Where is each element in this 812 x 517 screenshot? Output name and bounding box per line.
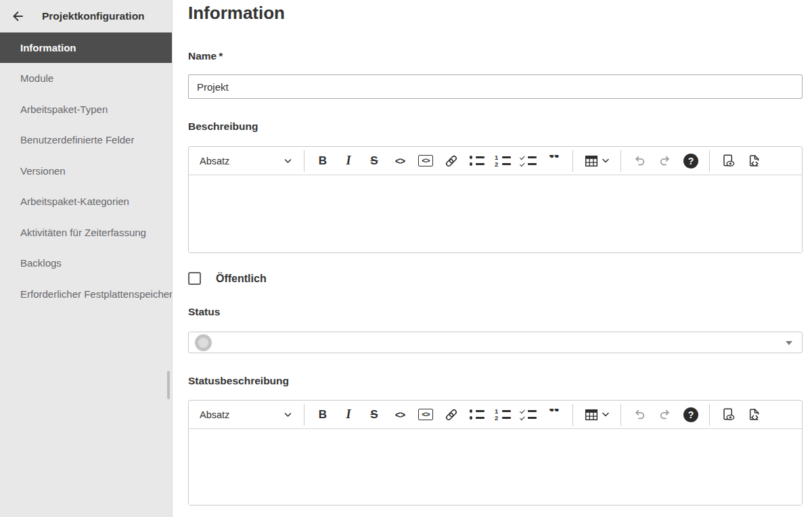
chevron-down-icon — [284, 412, 292, 418]
public-checkbox-row: Öffentlich — [188, 272, 267, 285]
status-label: Status — [188, 306, 220, 318]
sidebar-item-versionen[interactable]: Versionen — [0, 156, 172, 187]
sidebar-item-arbeitspaket-kategorien[interactable]: Arbeitspaket-Kategorien — [0, 186, 172, 217]
page-title: Information — [188, 1, 285, 24]
italic-button[interactable]: I — [338, 151, 359, 171]
link-icon — [445, 154, 458, 168]
redo-button[interactable] — [655, 151, 675, 171]
bold-icon: B — [319, 154, 327, 168]
undo-button[interactable] — [629, 405, 650, 425]
status-select[interactable] — [188, 332, 803, 353]
link-button[interactable] — [441, 151, 461, 171]
status-bubble-icon — [195, 334, 212, 351]
chevron-down-icon — [602, 158, 609, 163]
chevron-down-icon — [284, 158, 292, 164]
strikethrough-icon: S — [370, 408, 378, 422]
link-button[interactable] — [441, 405, 461, 425]
toolbar-divider — [572, 150, 573, 172]
code-block-icon: <> — [418, 409, 432, 420]
markdown-source-button[interactable] — [744, 405, 764, 425]
markdown-source-icon — [747, 407, 761, 422]
table-icon — [585, 408, 598, 422]
toolbar-divider — [304, 150, 304, 172]
code-block-icon: <> — [418, 155, 432, 166]
main-content: Information Name* Beschreibung Absatz B … — [173, 0, 812, 517]
block-quote-icon: “ — [549, 155, 560, 167]
italic-icon: I — [346, 407, 351, 422]
redo-icon — [658, 407, 673, 422]
sidebar-item-arbeitspaket-typen[interactable]: Arbeitspaket-Typen — [0, 94, 172, 125]
sidebar-item-aktivitaeten-zeiterfassung[interactable]: Aktivitäten für Zeiterfassung — [0, 217, 172, 248]
todo-list-button[interactable] — [518, 405, 539, 425]
inline-code-button[interactable]: <> — [390, 151, 410, 171]
italic-button[interactable]: I — [338, 405, 359, 425]
redo-button[interactable] — [655, 405, 675, 425]
sidebar-header: Projektkonfiguration — [0, 0, 172, 32]
sidebar-item-benutzerdefinierte-felder[interactable]: Benutzerdefinierte Felder — [0, 125, 172, 156]
block-quote-button[interactable]: “ — [544, 405, 564, 425]
toolbar-divider — [621, 404, 621, 426]
help-button[interactable]: ? — [681, 405, 701, 425]
description-editor-content[interactable] — [189, 175, 802, 252]
undo-button[interactable] — [629, 151, 650, 171]
toolbar-divider — [621, 150, 621, 172]
bulleted-list-icon — [470, 156, 485, 166]
rich-text-toolbar: Absatz B I S <> <> — [189, 147, 802, 175]
todo-list-icon — [520, 156, 537, 166]
preview-icon — [721, 154, 736, 168]
inline-code-button[interactable]: <> — [390, 405, 410, 425]
numbered-list-button[interactable]: 1 2 — [493, 405, 513, 425]
preview-button[interactable] — [718, 151, 738, 171]
insert-table-button[interactable] — [581, 151, 612, 171]
status-description-editor: Absatz B I S <> <> — [188, 400, 803, 505]
bulleted-list-icon — [470, 409, 485, 420]
bold-button[interactable]: B — [313, 151, 333, 171]
public-checkbox[interactable] — [188, 272, 201, 285]
toolbar-divider — [709, 150, 710, 172]
inline-code-icon: <> — [395, 409, 405, 420]
sidebar-item-backlogs[interactable]: Backlogs — [0, 248, 172, 279]
sidebar-item-module[interactable]: Module — [0, 63, 172, 94]
block-quote-button[interactable]: “ — [544, 151, 564, 171]
insert-table-button[interactable] — [581, 405, 612, 425]
strikethrough-button[interactable]: S — [364, 405, 384, 425]
sidebar-item-festplattenspeicher[interactable]: Erforderlicher Festplattenspeicher — [0, 279, 172, 310]
numbered-list-icon: 1 2 — [495, 409, 511, 420]
toolbar-divider — [709, 404, 710, 426]
chevron-down-icon — [602, 412, 609, 417]
public-label: Öffentlich — [216, 273, 267, 285]
sidebar-scrollbar-thumb[interactable] — [167, 371, 170, 399]
undo-icon — [632, 154, 647, 168]
code-block-button[interactable]: <> — [415, 151, 436, 171]
strikethrough-button[interactable]: S — [364, 151, 384, 171]
paragraph-style-dropdown[interactable]: Absatz — [197, 404, 298, 426]
name-input[interactable] — [188, 74, 803, 99]
bold-button[interactable]: B — [313, 405, 333, 425]
back-arrow-icon[interactable] — [11, 9, 24, 23]
redo-icon — [658, 154, 673, 168]
rich-text-toolbar: Absatz B I S <> <> — [189, 401, 802, 429]
code-block-button[interactable]: <> — [415, 405, 436, 425]
toolbar-divider — [572, 404, 573, 426]
description-label: Beschreibung — [188, 120, 258, 133]
markdown-source-button[interactable] — [744, 151, 764, 171]
sidebar-item-information[interactable]: Information — [0, 32, 172, 63]
project-settings-sidebar: Projektkonfiguration Information Module … — [0, 0, 173, 517]
preview-icon — [721, 407, 736, 422]
italic-icon: I — [346, 154, 351, 168]
sidebar-title: Projektkonfiguration — [42, 10, 145, 22]
status-description-editor-content[interactable] — [189, 429, 802, 505]
caret-down-icon — [786, 341, 792, 345]
numbered-list-button[interactable]: 1 2 — [493, 151, 513, 171]
bulleted-list-button[interactable] — [467, 151, 487, 171]
description-editor: Absatz B I S <> <> — [188, 146, 803, 253]
todo-list-button[interactable] — [518, 151, 539, 171]
paragraph-style-dropdown[interactable]: Absatz — [197, 150, 298, 172]
preview-button[interactable] — [718, 405, 738, 425]
name-label: Name* — [188, 50, 223, 62]
bulleted-list-button[interactable] — [467, 405, 487, 425]
todo-list-icon — [520, 409, 537, 420]
status-description-label: Statusbeschreibung — [188, 375, 289, 387]
markdown-source-icon — [747, 154, 761, 168]
help-button[interactable]: ? — [681, 151, 701, 171]
